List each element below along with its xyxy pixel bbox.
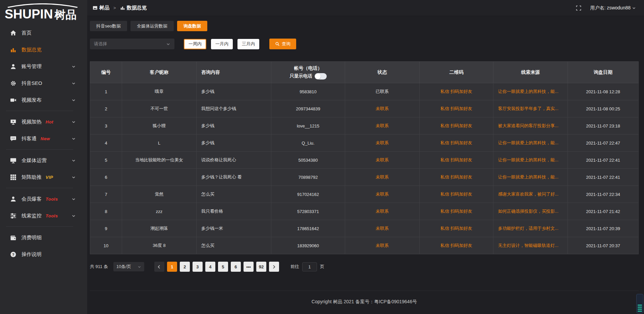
cell-id: 5 xyxy=(90,152,122,169)
date-button-quarter[interactable]: 三月内 xyxy=(237,39,259,49)
tab-media-operation-data[interactable]: 全媒体运营数据 xyxy=(130,21,174,31)
sidebar-item-home[interactable]: 首页 xyxy=(0,24,87,41)
cell-qrcode-link[interactable]: 私信 扫码加好友 xyxy=(420,237,493,254)
sidebar-item-consumption-detail[interactable]: 消费明细 xyxy=(0,229,87,246)
sidebar-item-matrix-boost[interactable]: 矩阵助推VIP xyxy=(0,169,87,186)
date-button-week[interactable]: 一周内 xyxy=(184,39,206,49)
col-content: 咨询内容 xyxy=(197,62,271,83)
page-size-select[interactable]: 10条/页 xyxy=(113,262,144,271)
video-camera-icon xyxy=(10,97,16,103)
cell-nickname: 狐小狸 xyxy=(122,117,197,135)
page-button-4[interactable]: 4 xyxy=(205,262,215,272)
sidebar-item-member-burst[interactable]: 会员爆客Tools xyxy=(0,191,87,207)
tab-inquiry-data[interactable]: 询盘数据 xyxy=(177,21,207,31)
sidebar-item-all-media-operation[interactable]: 全媒体运营 xyxy=(0,152,87,169)
cell-date: 2021-11-07 22:41 xyxy=(568,152,639,169)
footer: Copyright 树品 2021 备案号：粤ICP备09019646号 xyxy=(90,291,639,305)
page-button-6[interactable]: 6 xyxy=(231,262,241,272)
cell-qrcode-link[interactable]: 私信 扫码加好友 xyxy=(420,135,493,152)
cell-account: love__1215 xyxy=(271,117,345,135)
cell-source-link[interactable]: 被大家追着问的客厅投影分享... xyxy=(493,117,568,135)
page-button-5[interactable]: 5 xyxy=(218,262,228,272)
sidebar-item-label: 视频发布 xyxy=(21,97,42,103)
sidebar-item-video-publish[interactable]: 视频发布 xyxy=(0,92,87,108)
bar-chart-icon xyxy=(120,5,125,10)
search-button-label: 查询 xyxy=(282,41,290,47)
search-button[interactable]: 查询 xyxy=(269,39,296,49)
floating-chat-widget[interactable] xyxy=(636,294,643,313)
sidebar-item-douketong[interactable]: 抖客通New xyxy=(0,130,87,147)
chevron-down-icon[interactable] xyxy=(632,6,636,10)
cell-qrcode-link[interactable]: 私信 扫码加好友 xyxy=(420,83,493,100)
gear-icon xyxy=(10,80,16,87)
cell-qrcode-link[interactable]: 私信 扫码加好友 xyxy=(420,186,493,203)
page-ellipsis-button[interactable]: ••• xyxy=(244,262,254,272)
goto-label: 前往 xyxy=(290,264,299,270)
fullscreen-icon[interactable] xyxy=(576,5,581,11)
cell-status: 未联系 xyxy=(345,100,420,117)
next-page-button[interactable] xyxy=(269,262,279,272)
cell-source-link[interactable]: 让你一眼就爱上的黑科技，能... xyxy=(493,169,568,186)
breadcrumb-root[interactable]: 树品 xyxy=(99,5,109,11)
cell-qrcode-link[interactable]: 私信 扫码加好友 xyxy=(420,220,493,237)
breadcrumb: 树品 > 数据总览 xyxy=(93,5,147,11)
cell-date: 2021-11-07 22:41 xyxy=(568,169,639,186)
sidebar-divider xyxy=(6,149,73,150)
sidebar-item-douyin-seo[interactable]: 抖音SEO xyxy=(0,75,87,92)
date-button-month[interactable]: 一月内 xyxy=(211,39,233,49)
sidebar-item-account-management[interactable]: 账号管理 xyxy=(0,58,87,75)
chevron-down-icon xyxy=(166,42,170,46)
prev-page-button[interactable] xyxy=(154,262,164,272)
cell-status: 未联系 xyxy=(345,203,420,220)
cell-source-link[interactable]: 无主灯设计，智能磁吸轨道灯... xyxy=(493,237,568,254)
page-button-1[interactable]: 1 xyxy=(167,262,177,272)
wallet-icon xyxy=(10,234,16,241)
col-status: 状态 xyxy=(345,62,420,83)
filter-bar: 请选择 一周内一月内三月内 查询 xyxy=(90,39,639,49)
cell-status: 未联系 xyxy=(345,169,420,186)
page-button-3[interactable]: 3 xyxy=(193,262,203,272)
phone-only-toggle[interactable] xyxy=(315,73,327,80)
member-icon xyxy=(10,196,16,202)
sidebar-item-operation-guide[interactable]: ?操作说明 xyxy=(0,246,87,263)
cell-source-link[interactable]: 多功能护栏灯，适用于乡村文... xyxy=(493,220,568,237)
chevron-left-icon xyxy=(157,265,161,269)
chevron-down-icon xyxy=(71,137,76,141)
sidebar-item-video-heating[interactable]: 视频加热Hot xyxy=(0,113,87,130)
cell-source-link[interactable]: 让你一眼就爱上的黑科技，能... xyxy=(493,83,568,100)
page-button-2[interactable]: 2 xyxy=(180,262,190,272)
filter-select[interactable]: 请选择 xyxy=(90,39,174,49)
sidebar-item-clue-monitor[interactable]: 线索监控Tools xyxy=(0,207,87,224)
home-icon xyxy=(10,30,16,36)
chevron-down-icon xyxy=(71,64,76,69)
cell-qrcode-link[interactable]: 私信 扫码加好友 xyxy=(420,203,493,220)
cell-qrcode-link[interactable]: 私信 扫码加好友 xyxy=(420,117,493,135)
page-button-92[interactable]: 92 xyxy=(256,262,266,272)
table-row: 1哦章多少钱9583810已联系私信 扫码加好友让你一眼就爱上的黑科技，能...… xyxy=(90,83,639,100)
cell-status: 未联系 xyxy=(345,152,420,169)
cell-content: 我想问这个多少钱 xyxy=(197,100,271,117)
cell-source-link[interactable]: 让你一眼就爱上的黑科技，能... xyxy=(493,135,568,152)
breadcrumb-separator: > xyxy=(113,5,116,10)
pagination-total: 共 911 条 xyxy=(90,264,108,270)
cell-source-link[interactable]: 客厅安装投影半年多了，真实... xyxy=(493,100,568,117)
cell-source-link[interactable]: 让你一眼就爱上的黑科技，能... xyxy=(493,152,568,169)
cell-qrcode-link[interactable]: 私信 扫码加好友 xyxy=(420,169,493,186)
cell-source-link[interactable]: 感谢大家喜欢我家，被问了好... xyxy=(493,186,568,203)
tab-douyin-seo-data[interactable]: 抖音seo数据 xyxy=(90,21,127,31)
table-row: 2不可一世我想问这个多少钱2097344839未联系私信 扫码加好友客厅安装投影… xyxy=(90,100,639,117)
sidebar-item-label: 抖音SEO xyxy=(21,80,42,87)
cell-source-link[interactable]: 如何正确选择投影仪，买投影... xyxy=(493,203,568,220)
cell-date: 2021-11-07 20:39 xyxy=(568,220,639,237)
pagination-goto: 前往 页 xyxy=(290,262,324,271)
goto-page-input[interactable] xyxy=(302,262,317,271)
username[interactable]: 用户名: zswodun88 xyxy=(590,5,631,11)
svg-text:?: ? xyxy=(12,252,14,256)
cell-qrcode-link[interactable]: 私信 扫码加好友 xyxy=(420,100,493,117)
table-row: 7觉然怎么买917024162未联系私信 扫码加好友感谢大家喜欢我家，被问了好.… xyxy=(90,186,639,203)
cell-date: 2021-11-07 23:18 xyxy=(568,117,639,135)
search-icon xyxy=(275,42,280,46)
cell-qrcode-link[interactable]: 私信 扫码加好友 xyxy=(420,152,493,169)
sidebar-item-data-overview[interactable]: 数据总览 xyxy=(0,41,87,58)
chevron-down-icon xyxy=(71,98,76,102)
